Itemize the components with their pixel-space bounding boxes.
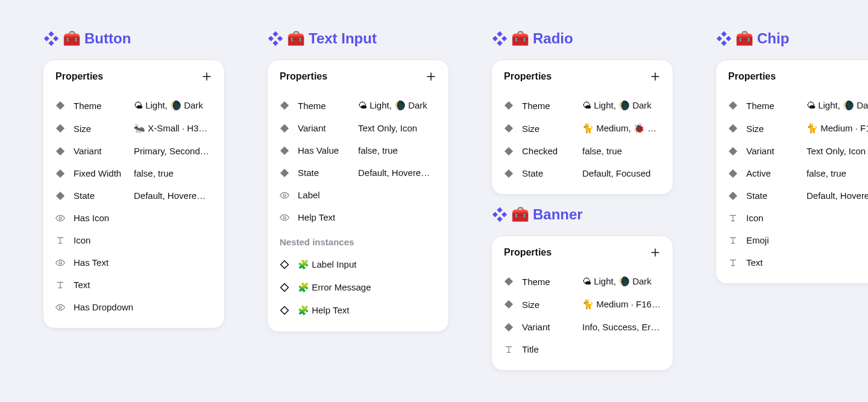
component-title-label: Banner	[533, 206, 583, 223]
card-header: Properties	[504, 247, 661, 258]
nested-instance-row[interactable]: 🧩 Label Input	[280, 253, 436, 276]
property-row[interactable]: Theme🌤 Light, 🌘 Dark	[55, 94, 212, 117]
add-property-button[interactable]	[650, 71, 661, 82]
property-row[interactable]: VariantText Only, Icon	[280, 117, 436, 139]
property-row[interactable]: Has Text	[55, 251, 212, 274]
variant-icon	[728, 101, 738, 110]
property-value: 🌤 Light, 🌘 Dark	[358, 100, 436, 111]
property-name: Has Value	[298, 145, 358, 155]
component-column-text-input: 🧰 Text Input Properties Theme🌤 Light, 🌘 …	[268, 30, 448, 331]
property-row[interactable]: VariantText Only, Icon	[728, 140, 868, 162]
property-row[interactable]: Theme🌤 Light, 🌘 Dark	[280, 94, 436, 117]
property-row[interactable]: Emoji	[728, 229, 868, 251]
property-value: 🐈 Medium · F16,…	[807, 123, 868, 134]
property-name: State	[298, 168, 358, 178]
component-column-button: 🧰 Button Properties Theme🌤 Light, 🌘 Dark…	[43, 30, 224, 328]
add-property-button[interactable]	[201, 71, 212, 82]
property-value: false, true	[358, 145, 436, 155]
property-row[interactable]: Fixed Widthfalse, true	[55, 162, 212, 184]
property-row[interactable]: VariantInfo, Success, Er…	[504, 316, 661, 338]
property-row[interactable]: StateDefault, Focused	[504, 162, 661, 184]
component-icon	[43, 31, 59, 46]
canvas: 🧰 Button Properties Theme🌤 Light, 🌘 Dark…	[0, 0, 868, 402]
property-value: Default, Hovere…	[358, 168, 436, 178]
property-name: Theme	[746, 101, 807, 111]
property-row[interactable]: Activefalse, true	[728, 162, 868, 184]
property-name: Icon	[746, 213, 807, 223]
property-name: Text	[74, 280, 134, 290]
property-row[interactable]: Has Valuefalse, true	[280, 139, 436, 162]
variant-icon	[504, 322, 514, 332]
property-name: Size	[74, 124, 134, 134]
property-row[interactable]: Text	[55, 274, 212, 296]
variant-icon	[504, 277, 514, 286]
property-value: Default, Focused	[582, 168, 661, 178]
property-name: Theme	[522, 277, 582, 287]
property-row[interactable]: Has Icon	[55, 207, 212, 229]
property-value: Default, Hovere…	[807, 190, 868, 201]
property-name: Emoji	[746, 235, 807, 245]
property-name: Variant	[522, 322, 582, 332]
property-row[interactable]: Icon	[55, 229, 212, 251]
component-title-label: Radio	[533, 30, 573, 47]
property-value: 🌤 Light, 🌘 Dark	[134, 100, 212, 111]
property-value: Primary, Second…	[134, 146, 212, 156]
property-row[interactable]: StateDefault, Hovere…	[280, 162, 436, 184]
property-row[interactable]: VariantPrimary, Second…	[55, 140, 212, 162]
property-row[interactable]: Icon	[728, 207, 868, 229]
property-name: Size	[522, 300, 582, 310]
toolbox-icon: 🧰	[511, 31, 529, 46]
properties-card-text-input: Properties Theme🌤 Light, 🌘 Dark VariantT…	[268, 60, 448, 331]
component-title-label: Text Input	[309, 30, 377, 47]
property-value: 🌤 Light, 🌘 Dark	[807, 100, 868, 111]
property-value: false, true	[807, 168, 868, 178]
eye-icon	[55, 213, 65, 223]
variant-icon	[55, 146, 65, 156]
component-title-button: 🧰 Button	[43, 30, 224, 47]
property-row[interactable]: Has Dropdown	[55, 296, 212, 318]
property-name: Theme	[74, 101, 134, 111]
nested-instance-label: 🧩 Error Message	[298, 282, 371, 293]
component-title-label: Button	[84, 30, 131, 47]
property-row[interactable]: StateDefault, Hovere…	[728, 184, 868, 207]
component-column-radio: 🧰 Radio Properties Theme🌤 Light, 🌘 Dark …	[492, 30, 673, 370]
property-row[interactable]: Theme🌤 Light, 🌘 Dark	[504, 94, 661, 117]
card-header: Properties	[55, 71, 212, 82]
property-row[interactable]: Label	[280, 184, 436, 206]
property-row[interactable]: Theme🌤 Light, 🌘 Dark	[504, 270, 661, 293]
property-name: Variant	[74, 146, 134, 156]
property-row[interactable]: Theme🌤 Light, 🌘 Dark	[728, 94, 868, 117]
variant-icon	[55, 124, 65, 133]
toolbox-icon: 🧰	[63, 31, 81, 46]
nested-instance-row[interactable]: 🧩 Error Message	[280, 276, 436, 299]
property-value: false, true	[134, 168, 212, 178]
variant-icon	[504, 169, 514, 178]
component-title-radio: 🧰 Radio	[492, 30, 673, 47]
property-row[interactable]: Title	[504, 338, 661, 360]
property-row[interactable]: Size🐈 Medium · F16,…	[728, 117, 868, 140]
property-name: Checked	[522, 146, 582, 156]
variant-icon	[280, 124, 289, 133]
property-name: Label	[298, 190, 358, 200]
toolbox-icon: 🧰	[735, 31, 753, 46]
variant-icon	[280, 168, 289, 178]
property-row[interactable]: Text	[728, 251, 868, 274]
variant-icon	[504, 300, 514, 309]
text-icon	[728, 236, 738, 245]
property-name: Variant	[298, 123, 358, 133]
property-row[interactable]: Help Text	[280, 206, 436, 228]
nested-instance-row[interactable]: 🧩 Help Text	[280, 299, 436, 322]
component-title-text-input: 🧰 Text Input	[268, 30, 448, 47]
component-title-banner: 🧰 Banner	[492, 206, 673, 223]
property-row[interactable]: Checkedfalse, true	[504, 140, 661, 162]
property-name: Has Dropdown	[74, 302, 133, 312]
property-row[interactable]: Size🐈 Medium · F16,…	[504, 293, 661, 316]
property-row[interactable]: Size🐈 Medium, 🐞 S…	[504, 117, 661, 140]
property-name: State	[522, 168, 582, 178]
add-property-button[interactable]	[426, 71, 436, 82]
property-name: State	[746, 190, 807, 201]
property-row[interactable]: Size🐜 X-Small · H32…	[55, 117, 212, 140]
add-property-button[interactable]	[650, 247, 661, 258]
component-icon	[716, 31, 732, 46]
property-row[interactable]: StateDefault, Hovere…	[55, 184, 212, 207]
